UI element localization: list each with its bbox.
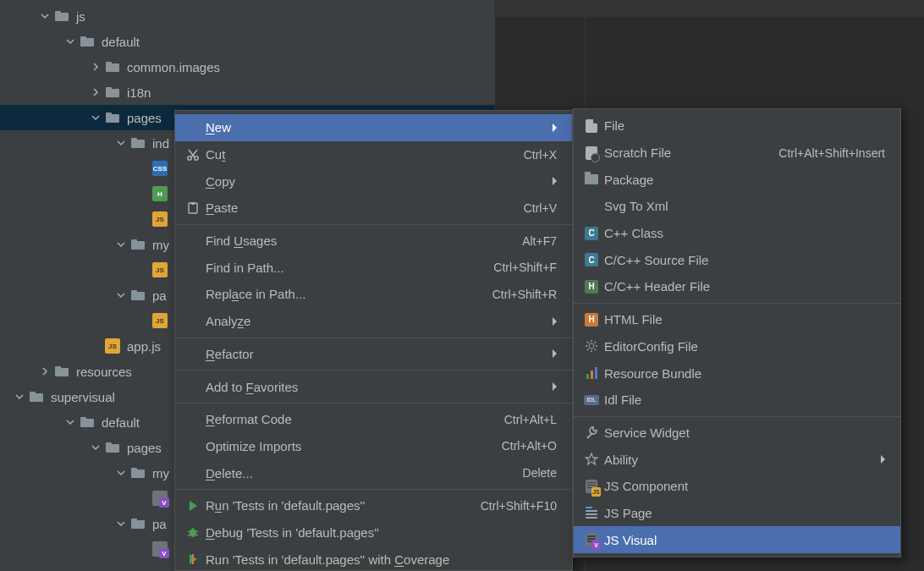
- new-submenu-item-package[interactable]: Package: [574, 166, 900, 193]
- context-menu-item-find-usages[interactable]: Find Usages Alt+F7: [175, 228, 572, 255]
- tree-folder-common-images[interactable]: common.images: [0, 54, 495, 80]
- tree-item-label: i18n: [127, 85, 151, 100]
- new-submenu-item-js-page[interactable]: JS Page: [574, 500, 900, 527]
- context-menu-item-run-tests-in-default-pages[interactable]: Run 'Tests in 'default.pages'' Ctrl+Shif…: [175, 492, 572, 519]
- svg-rect-22: [106, 444, 119, 453]
- context-menu-item-paste[interactable]: Paste Ctrl+V: [175, 195, 572, 222]
- menu-separator: [574, 303, 900, 304]
- spacer-icon: [184, 412, 202, 427]
- spacer-icon: [184, 120, 202, 135]
- chevron-down-icon[interactable]: [90, 112, 102, 124]
- chevron-down-icon[interactable]: [90, 442, 102, 453]
- context-menu-item-debug-tests-in-default-pages[interactable]: Debug 'Tests in 'default.pages'': [175, 519, 572, 546]
- chevron-down-icon[interactable]: [64, 36, 76, 47]
- menu-item-shortcut: Ctrl+X: [524, 148, 557, 162]
- tree-item-label: pages: [127, 111, 162, 125]
- context-menu-item-replace-in-path[interactable]: Replace in Path... Ctrl+Shift+R: [175, 281, 572, 308]
- resource-bundle-icon: [582, 365, 601, 381]
- js-component-icon: JS: [582, 479, 601, 494]
- svg-rect-2: [80, 38, 94, 47]
- menu-item-label: JS Visual: [604, 533, 885, 547]
- svg-rect-8: [106, 114, 119, 123]
- folder-icon: [54, 364, 69, 379]
- tree-folder-js[interactable]: js: [0, 3, 495, 29]
- chevron-down-icon[interactable]: [115, 137, 127, 149]
- folder-icon: [80, 415, 95, 430]
- folder-icon: [130, 465, 146, 480]
- tree-item-label: js: [76, 9, 85, 24]
- spacer-icon: [184, 465, 202, 480]
- js-file-icon: JS: [152, 313, 168, 328]
- tree-folder-default[interactable]: default: [0, 29, 495, 54]
- chevron-down-icon[interactable]: [115, 239, 127, 250]
- run-icon: [184, 498, 202, 513]
- chevron-down-icon[interactable]: [14, 391, 25, 403]
- svg-rect-10: [131, 140, 145, 148]
- menu-item-shortcut: Ctrl+Alt+O: [502, 439, 557, 453]
- svg-rect-24: [131, 469, 145, 478]
- chevron-right-icon[interactable]: [39, 365, 51, 377]
- chevron-right-icon[interactable]: [90, 86, 102, 98]
- new-submenu-item-scratch-file[interactable]: Scratch File Ctrl+Alt+Shift+Insert: [574, 140, 900, 167]
- wrench-icon: [582, 425, 601, 440]
- tree-item-label: common.images: [127, 60, 220, 74]
- folder-icon: [105, 85, 120, 100]
- chevron-down-icon[interactable]: [64, 416, 76, 428]
- folder-icon: [80, 34, 95, 49]
- context-menu-item-reformat-code[interactable]: Reformat Code Ctrl+Alt+L: [175, 406, 572, 433]
- new-submenu-item-html-file[interactable]: H HTML File: [574, 306, 900, 333]
- new-submenu-item-file[interactable]: File: [574, 113, 900, 140]
- coverage-icon: [184, 552, 202, 567]
- new-submenu-item-c-c-header-file[interactable]: H C/C++ Header File: [574, 273, 900, 300]
- spacer-icon: [184, 346, 202, 361]
- visual-file-icon: V: [152, 541, 168, 557]
- chevron-right-icon[interactable]: [90, 61, 102, 73]
- svg-rect-5: [106, 62, 112, 64]
- chevron-down-icon[interactable]: [39, 10, 51, 22]
- context-menu-item-cut[interactable]: Cut Ctrl+X: [175, 141, 572, 168]
- context-menu[interactable]: New Cut Ctrl+X Copy Paste Ctrl+V Find Us…: [174, 110, 573, 571]
- menu-separator: [175, 338, 572, 338]
- chevron-down-icon[interactable]: [115, 467, 127, 479]
- header-icon: H: [582, 279, 601, 294]
- folder-icon: [130, 516, 146, 531]
- new-submenu-item-editorconfig-file[interactable]: EditorConfig File: [574, 333, 900, 360]
- menu-item-label: JS Component: [604, 479, 885, 493]
- new-submenu-item-svg-to-xml[interactable]: Svg To Xml: [574, 193, 900, 220]
- tree-folder-i18n[interactable]: i18n: [0, 80, 495, 105]
- new-submenu-item-idl-file[interactable]: IDL Idl File: [574, 387, 900, 414]
- svg-rect-12: [131, 241, 145, 250]
- context-menu-item-refactor[interactable]: Refactor: [175, 341, 572, 368]
- hml-file-icon: H: [152, 186, 168, 201]
- context-menu-item-optimize-imports[interactable]: Optimize Imports Ctrl+Alt+O: [175, 433, 572, 460]
- menu-item-label: C/C++ Header File: [604, 279, 885, 294]
- menu-item-label: Run 'Tests in 'default.pages'' with Cove…: [206, 552, 557, 567]
- new-submenu-item-ability[interactable]: Ability: [574, 446, 900, 473]
- tree-item-label: my: [152, 238, 169, 252]
- menu-item-label: Run 'Tests in 'default.pages'': [206, 498, 481, 513]
- context-menu-item-run-tests-in-default-pages-with-coverage[interactable]: Run 'Tests in 'default.pages'' with Cove…: [175, 546, 572, 571]
- new-submenu-item-c-c-source-file[interactable]: C C/C++ Source File: [574, 246, 900, 273]
- context-menu-item-analyze[interactable]: Analyze: [175, 308, 572, 335]
- new-submenu-item-c-class[interactable]: C C++ Class: [574, 220, 900, 247]
- context-menu-item-add-to-favorites[interactable]: Add to Favorites: [175, 373, 572, 400]
- chevron-down-icon[interactable]: [115, 518, 127, 530]
- folder-icon: [130, 237, 146, 252]
- svg-rect-16: [55, 368, 69, 376]
- menu-separator: [175, 224, 572, 225]
- new-submenu-item-service-widget[interactable]: Service Widget: [574, 420, 900, 447]
- context-menu-item-new[interactable]: New: [175, 114, 572, 141]
- editor-tabstrip: [496, 0, 924, 17]
- tree-item-label: pages: [127, 441, 162, 455]
- svg-rect-31: [191, 202, 195, 205]
- new-submenu-item-js-visual[interactable]: V JS Visual: [574, 526, 900, 553]
- svg-rect-9: [106, 113, 112, 115]
- context-menu-item-find-in-path[interactable]: Find in Path... Ctrl+Shift+F: [175, 254, 572, 281]
- new-submenu[interactable]: File Scratch File Ctrl+Alt+Shift+Insert …: [573, 108, 901, 557]
- chevron-down-icon[interactable]: [115, 289, 127, 301]
- paste-icon: [184, 200, 202, 216]
- new-submenu-item-js-component[interactable]: JS JS Component: [574, 473, 900, 500]
- new-submenu-item-resource-bundle[interactable]: Resource Bundle: [574, 360, 900, 387]
- context-menu-item-delete[interactable]: Delete... Delete: [175, 459, 572, 486]
- context-menu-item-copy[interactable]: Copy: [175, 167, 572, 195]
